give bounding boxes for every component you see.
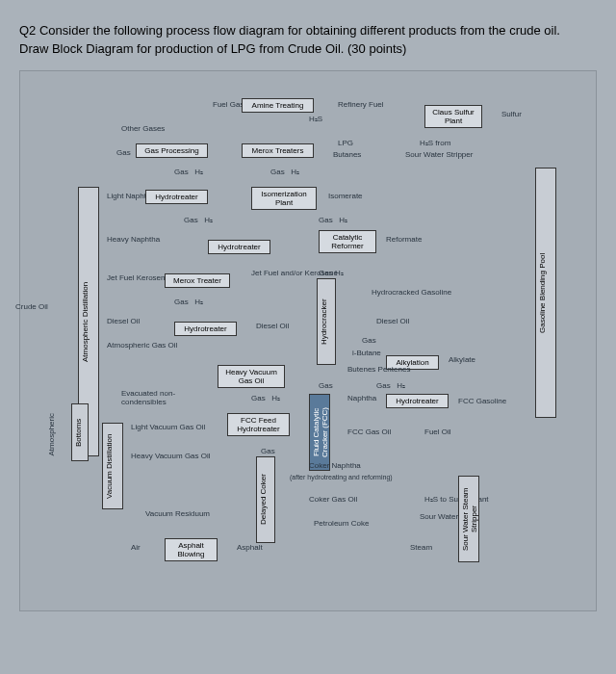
gas-h2-label1: Gas H₂ <box>174 168 203 176</box>
claus-sulfur-box: Claus Sulfur Plant <box>424 105 482 128</box>
delayed-coker-box: Delayed Coker <box>256 456 275 543</box>
gas-h2-label2: Gas H₂ <box>270 168 299 176</box>
hydrocracker-box: Hydrocracker <box>317 278 336 365</box>
diesel-oil-label: Diesel Oil <box>107 317 140 325</box>
light-vacuum-label: Light Vacuum Gas Oil <box>131 423 205 431</box>
hydrocracked-label: Hydrocracked Gasoline <box>372 288 451 297</box>
sour-water-label: Sour Water Stripper <box>405 150 473 159</box>
amine-treating-box: Amine Treating <box>242 98 314 113</box>
merox-treater-box: Merox Treater <box>165 273 230 288</box>
naphtha-label: Naphtha <box>347 394 376 402</box>
air-label: Air <box>131 543 141 552</box>
reformate-label: Reformate <box>386 235 422 244</box>
gas-processing-box: Gas Processing <box>136 143 208 158</box>
bottoms-label: Bottoms <box>71 403 89 461</box>
question-line2: Draw Block Diagram for production of LPG… <box>19 41 597 56</box>
fcc-box: Fluid Catalytic Cracker (FCC) <box>309 394 330 471</box>
diesel-oil-out-label: Diesel Oil <box>256 322 289 330</box>
refinery-fuel-label: Refinery Fuel <box>338 100 384 109</box>
hydrotreater1-box: Hydrotreater <box>145 190 208 204</box>
gas-label: Gas <box>116 148 131 157</box>
gas-label3: Gas <box>319 381 333 390</box>
merox-treaters-box: Merox Treaters <box>242 143 314 158</box>
coker-gas-oil-label: Coker Gas Oil <box>309 495 357 504</box>
petroleum-coke-label: Petroleum Coke <box>314 519 369 528</box>
gas-h2-label6: Gas H₂ <box>174 298 203 306</box>
heavy-naphtha-label: Heavy Naphtha <box>107 235 160 244</box>
alkylate-label: Alkylate <box>449 355 475 364</box>
gas-label4: Gas <box>261 447 275 455</box>
atmospheric-label: Atmospheric <box>47 413 56 455</box>
diesel-oil-out2-label: Diesel Oil <box>376 317 409 325</box>
fuel-oil-label: Fuel Oil <box>424 428 451 436</box>
fuel-gas-label: Fuel Gas <box>213 100 244 109</box>
gas-h2-label3: Gas H₂ <box>184 216 213 224</box>
vacuum-distillation: Vacuum Distillation <box>102 423 123 509</box>
evacuated-label: Evacuated non-condensibles <box>121 389 189 406</box>
steam-label: Steam <box>410 543 432 552</box>
ibutane-label: i-Butane <box>352 349 381 357</box>
gas-h2-label4: Gas H₂ <box>319 216 347 224</box>
gas-label2: Gas <box>362 336 376 345</box>
fcc-gasoline-label: FCC Gasoline <box>458 397 506 405</box>
fcc-gas-oil-label: FCC Gas Oil <box>347 428 391 436</box>
fcc-feed-box: FCC Feed Hydrotreater <box>227 413 290 436</box>
coker-naphtha-label: Coker Naphtha <box>309 461 361 470</box>
isomerization-box: Isomerization Plant <box>251 187 317 210</box>
sour-water-stripper-box: Sour Water Steam Stripper <box>458 476 479 562</box>
butenes-label: Butenes Pentenes <box>347 365 410 374</box>
hydrotreater4-box: Hydrotreater <box>386 394 449 408</box>
h2s-label: H₂S <box>309 115 322 123</box>
asphalt-label: Asphalt <box>237 543 263 552</box>
butanes-label: Butanes <box>333 150 361 159</box>
vacuum-residuum-label: Vacuum Residuum <box>145 509 210 518</box>
gas-h2-label7: Gas H₂ <box>376 381 405 390</box>
hydrotreater2-box: Hydrotreater <box>208 240 270 254</box>
sulfur-label: Sulfur <box>501 110 522 118</box>
crude-oil-label: Crude Oil <box>15 302 48 311</box>
hydrotreater3-box: Hydrotreater <box>174 322 237 336</box>
lpg-label: LPG <box>338 139 353 147</box>
sour-waters-label: Sour Waters <box>420 512 462 521</box>
process-flow-diagram: Crude Oil Atmospheric Distillation Other… <box>19 70 597 611</box>
heavy-vac-gasoil-label: Heavy Vacuum Gas Oil <box>131 452 211 460</box>
atm-gasoil-label: Atmospheric Gas Oil <box>107 341 177 350</box>
isomerate-label: Isomerate <box>328 192 363 200</box>
gasoline-blending-box: Gasoline Blending Pool <box>535 168 556 418</box>
jet-fuel-label: Jet Fuel Kerosene <box>107 273 169 282</box>
asphalt-blowing-box: Asphalt Blowing <box>165 538 218 561</box>
question-line1: Q2 Consider the following process flow d… <box>19 23 597 38</box>
gas-h2-label8: Gas H₂ <box>251 394 280 402</box>
after-hydro-label: (after hydrotreating and reforming) <box>290 474 393 480</box>
other-gases-label: Other Gases <box>121 124 165 133</box>
gas-h2-label5: Gas H₂ <box>319 269 344 277</box>
h2s-from-label: H₂S from <box>420 139 450 147</box>
heavy-vacuum-box: Heavy Vacuum Gas Oil <box>218 365 285 388</box>
catalytic-reformer-box: Catalytic Reformer <box>319 230 376 253</box>
